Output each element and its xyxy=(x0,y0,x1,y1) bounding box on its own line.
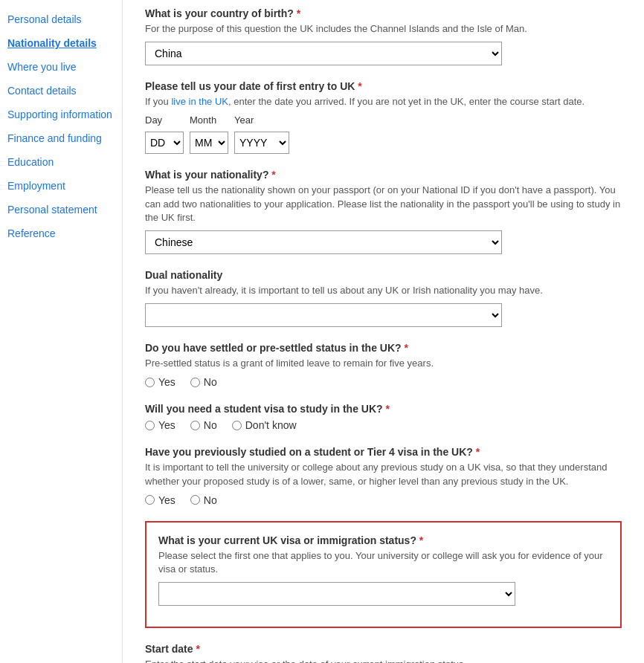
main-content: What is your country of birth? * For the… xyxy=(123,0,644,663)
settled-status-hint: Pre-settled status is a grant of limited… xyxy=(145,357,622,370)
required-indicator-4: * xyxy=(405,342,408,354)
settled-status-no[interactable]: No xyxy=(190,376,217,388)
previously-studied-radio-group: Yes No xyxy=(145,494,622,506)
required-indicator: * xyxy=(297,7,300,19)
sidebar-item-nationality-details[interactable]: Nationality details xyxy=(0,31,122,55)
month-label: Month xyxy=(190,114,228,126)
required-indicator-6: * xyxy=(476,446,480,458)
uk-visa-status-select[interactable] xyxy=(158,582,515,606)
sidebar-item-where-you-live[interactable]: Where you live xyxy=(0,55,122,79)
first-entry-year-select[interactable]: YYYY xyxy=(234,132,289,154)
country-of-birth-label: What is your country of birth? * xyxy=(145,7,622,19)
dual-nationality-select[interactable] xyxy=(145,303,502,327)
nationality-select[interactable]: Chinese xyxy=(145,230,502,254)
first-entry-group: Please tell us your date of first entry … xyxy=(145,80,622,154)
country-of-birth-group: What is your country of birth? * For the… xyxy=(145,7,622,65)
sidebar-item-personal-details[interactable]: Personal details xyxy=(0,7,122,31)
settled-status-label: Do you have settled or pre-settled statu… xyxy=(145,342,622,354)
start-date-group: Start date * Enter the start date your v… xyxy=(145,643,622,663)
student-visa-no-radio[interactable] xyxy=(190,421,200,430)
sidebar-item-supporting-information[interactable]: Supporting information xyxy=(0,103,122,126)
uk-visa-status-group: What is your current UK visa or immigrat… xyxy=(158,534,608,606)
sidebar-item-education[interactable]: Education xyxy=(0,150,122,174)
previously-studied-yes-radio[interactable] xyxy=(145,495,155,505)
nationality-group: What is your nationality? * Please tell … xyxy=(145,169,622,254)
first-entry-hint: If you live in the UK, enter the date yo… xyxy=(145,95,622,109)
student-visa-no[interactable]: No xyxy=(190,419,217,431)
sidebar: Personal details Nationality details Whe… xyxy=(0,0,123,663)
previously-studied-label: Have you previously studied on a student… xyxy=(145,446,622,458)
required-indicator-5: * xyxy=(385,403,389,415)
first-entry-day-select[interactable]: DD xyxy=(145,132,184,154)
day-label: Day xyxy=(145,114,184,126)
settled-status-yes-radio[interactable] xyxy=(145,378,155,387)
sidebar-item-finance-and-funding[interactable]: Finance and funding xyxy=(0,126,122,150)
dual-nationality-label: Dual nationality xyxy=(145,269,622,281)
year-label: Year xyxy=(234,114,289,126)
settled-status-no-radio[interactable] xyxy=(190,378,200,387)
student-visa-radio-group: Yes No Don't know xyxy=(145,419,622,431)
settled-status-radio-group: Yes No xyxy=(145,376,622,388)
previously-studied-no-radio[interactable] xyxy=(190,495,200,505)
date-label-row: Day Month Year xyxy=(145,114,622,126)
required-indicator-2: * xyxy=(358,80,361,92)
first-entry-month-select[interactable]: MM xyxy=(190,132,228,154)
previously-studied-no[interactable]: No xyxy=(190,494,217,506)
required-indicator-3: * xyxy=(271,169,275,181)
settled-status-group: Do you have settled or pre-settled statu… xyxy=(145,342,622,388)
nationality-hint: Please tell us the nationality shown on … xyxy=(145,184,622,224)
previously-studied-yes[interactable]: Yes xyxy=(145,494,176,506)
student-visa-yes[interactable]: Yes xyxy=(145,419,176,431)
student-visa-dontknow[interactable]: Don't know xyxy=(232,419,297,431)
previously-studied-hint: It is important to tell the university o… xyxy=(145,461,622,488)
sidebar-item-personal-statement[interactable]: Personal statement xyxy=(0,198,122,221)
start-date-label: Start date * xyxy=(145,643,622,655)
student-visa-dontknow-radio[interactable] xyxy=(232,421,242,430)
required-indicator-7: * xyxy=(419,534,423,546)
country-of-birth-select[interactable]: China xyxy=(145,42,502,65)
settled-status-yes[interactable]: Yes xyxy=(145,376,176,388)
student-visa-label: Will you need a student visa to study in… xyxy=(145,403,622,415)
date-fields: DD MM YYYY xyxy=(145,132,622,154)
uk-visa-status-box: What is your current UK visa or immigrat… xyxy=(145,521,622,628)
first-entry-label: Please tell us your date of first entry … xyxy=(145,80,622,92)
country-of-birth-hint: For the purpose of this question the UK … xyxy=(145,22,622,36)
sidebar-item-contact-details[interactable]: Contact details xyxy=(0,79,122,103)
previously-studied-group: Have you previously studied on a student… xyxy=(145,446,622,505)
dual-nationality-hint: If you haven't already, it is important … xyxy=(145,284,622,297)
dual-nationality-group: Dual nationality If you haven't already,… xyxy=(145,269,622,327)
student-visa-group: Will you need a student visa to study in… xyxy=(145,403,622,431)
sidebar-item-employment[interactable]: Employment xyxy=(0,174,122,198)
uk-visa-status-hint: Please select the first one that applies… xyxy=(158,549,608,576)
sidebar-item-reference[interactable]: Reference xyxy=(0,221,122,245)
nationality-label: What is your nationality? * xyxy=(145,169,622,181)
start-date-hint: Enter the start date your visa or the da… xyxy=(145,658,622,663)
student-visa-yes-radio[interactable] xyxy=(145,421,155,430)
required-indicator-8: * xyxy=(196,643,199,655)
uk-visa-status-label: What is your current UK visa or immigrat… xyxy=(158,534,608,546)
